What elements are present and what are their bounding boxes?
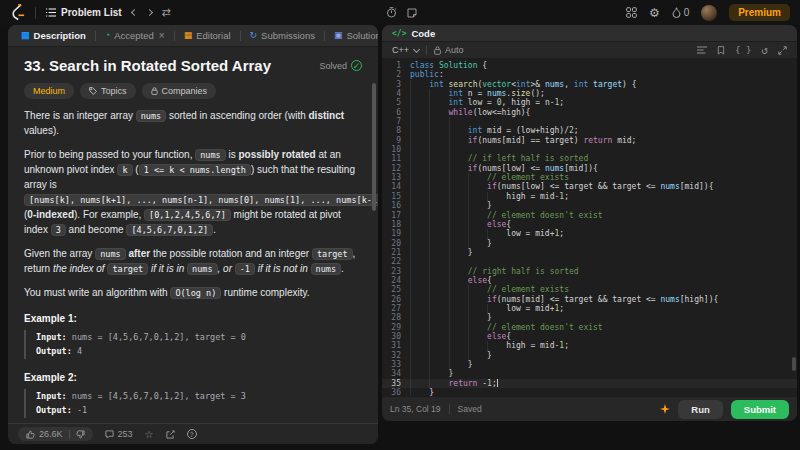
format-code-icon[interactable]: [697, 46, 707, 54]
tab-description[interactable]: ▤Description: [16, 25, 91, 46]
like-count: 26.6K: [39, 429, 63, 439]
tab-submissions[interactable]: ↻Submissions: [245, 25, 320, 46]
code-line[interactable]: 6 while(low<=high){: [382, 108, 797, 117]
code-line[interactable]: 7: [382, 117, 797, 126]
badge-topics[interactable]: Topics: [80, 83, 136, 99]
code-line[interactable]: 29 // element doesn't exist: [382, 323, 797, 332]
code-line[interactable]: 25 // element exists: [382, 285, 797, 294]
comments-button[interactable]: 253: [105, 429, 133, 439]
inline-code: [nums[k], nums[k+1], ..., nums[n-1], num…: [24, 194, 378, 206]
line-number: 36: [382, 388, 410, 396]
code-line[interactable]: 10: [382, 145, 797, 154]
code-line[interactable]: 2public:: [382, 70, 797, 79]
code-line[interactable]: 21 }: [382, 248, 797, 257]
code-line[interactable]: 23 // right half is sorted: [382, 267, 797, 276]
code-editor[interactable]: 1class Solution {2public:3 int search(ve…: [382, 59, 797, 396]
help-icon[interactable]: ?: [187, 429, 197, 439]
line-number: 20: [382, 239, 410, 248]
bookmark-icon[interactable]: [717, 46, 725, 55]
code-line[interactable]: 14 if(nums[low] <= target && target <= n…: [382, 182, 797, 191]
code-line[interactable]: 35 return -1;: [382, 379, 797, 388]
code-line[interactable]: 20 }: [382, 239, 797, 248]
line-number: 11: [382, 154, 410, 163]
user-avatar[interactable]: [701, 5, 717, 21]
leetcode-logo-icon[interactable]: [10, 4, 25, 21]
code-line[interactable]: 9 if(nums[mid] == target) return mid;: [382, 136, 797, 145]
code-line[interactable]: 15 high = mid-1;: [382, 192, 797, 201]
code-line[interactable]: 36 }: [382, 388, 797, 396]
dislike-button[interactable]: [76, 430, 85, 439]
prev-problem-button[interactable]: [132, 10, 137, 15]
expand-editor-icon[interactable]: [778, 46, 787, 55]
notes-icon[interactable]: [407, 8, 417, 18]
submit-button[interactable]: Submit: [731, 400, 789, 419]
share-icon[interactable]: [166, 430, 175, 439]
code-line[interactable]: 32 }: [382, 351, 797, 360]
code-line[interactable]: 3 int search(vector<int>& nums, int targ…: [382, 80, 797, 89]
code-line[interactable]: 18 else{: [382, 220, 797, 229]
badge-label: Topics: [101, 86, 127, 96]
line-number: 8: [382, 126, 410, 135]
favorite-star-icon[interactable]: ☆: [145, 429, 154, 440]
code-line[interactable]: 33 }: [382, 360, 797, 369]
shuffle-icon[interactable]: ⇄: [162, 6, 171, 19]
code-line[interactable]: 28 }: [382, 313, 797, 322]
layout-grid-icon[interactable]: [626, 7, 637, 18]
line-number: 26: [382, 295, 410, 304]
tab-accepted[interactable]: ◔Accepted×: [100, 25, 170, 46]
badge-companies[interactable]: Companies: [142, 83, 217, 99]
code-line[interactable]: 12 if(nums[low] <= nums[mid]){: [382, 164, 797, 173]
timer-icon[interactable]: [386, 7, 397, 18]
code-panel-header: </> Code: [382, 25, 797, 42]
brackets-icon[interactable]: { }: [735, 45, 751, 55]
text-segment: There is an integer array: [24, 110, 136, 121]
reset-code-icon[interactable]: ↺: [761, 44, 768, 57]
code-line[interactable]: 19 low = mid+1;: [382, 229, 797, 238]
line-number: 2: [382, 70, 410, 79]
code-line[interactable]: 17 // element doesn't exist: [382, 211, 797, 220]
like-button[interactable]: 26.6K: [26, 429, 63, 439]
code-line[interactable]: 5 int low = 0, high = n-1;: [382, 98, 797, 107]
line-number: 24: [382, 276, 410, 285]
code-line[interactable]: 16 }: [382, 201, 797, 210]
tab-solutions[interactable]: ▣Solutions: [329, 25, 378, 46]
code-line[interactable]: 27 low = mid+1;: [382, 304, 797, 313]
code-line[interactable]: 22: [382, 257, 797, 266]
code-line[interactable]: 31 high = mid-1;: [382, 341, 797, 350]
code-line[interactable]: 34 }: [382, 369, 797, 378]
code-line[interactable]: 30 else{: [382, 332, 797, 341]
streak-counter[interactable]: 0: [672, 7, 690, 18]
problem-list-button[interactable]: Problem List: [46, 7, 122, 18]
premium-button[interactable]: Premium: [729, 4, 790, 21]
code-line[interactable]: 4 int n = nums.size();: [382, 89, 797, 98]
language-selector[interactable]: C++: [392, 45, 419, 55]
text-segment: runtime complexity.: [221, 287, 309, 298]
tab-editorial[interactable]: ▦Editorial: [179, 25, 236, 46]
next-problem-button[interactable]: [147, 10, 152, 15]
close-tab-icon[interactable]: ×: [159, 30, 165, 41]
comment-icon: [105, 430, 114, 439]
code-line[interactable]: 24 else{: [382, 276, 797, 285]
code-line[interactable]: 1class Solution {: [382, 61, 797, 70]
editor-scrollbar[interactable]: [792, 357, 796, 371]
line-number: 34: [382, 369, 410, 378]
badge-medium[interactable]: Medium: [24, 83, 74, 99]
tab-label: Description: [34, 30, 86, 41]
run-button[interactable]: Run: [678, 400, 722, 419]
inline-code: target: [107, 263, 148, 275]
tab-label: Submissions: [261, 30, 315, 41]
code-line[interactable]: 11 // if left half is sorted: [382, 154, 797, 163]
code-line[interactable]: 26 if(nums[mid] <= target && target <= n…: [382, 295, 797, 304]
accepted-icon: ◔: [105, 31, 110, 40]
settings-gear-icon[interactable]: ⚙: [649, 7, 660, 19]
description-tabbar: ▤Description◔Accepted×▦Editorial↻Submiss…: [8, 25, 378, 47]
code-tab-label[interactable]: Code: [411, 28, 435, 39]
code-line[interactable]: 13 // element exists: [382, 173, 797, 182]
auto-toggle[interactable]: Auto: [434, 45, 464, 55]
code-line[interactable]: 8 int mid = (low+high)/2;: [382, 126, 797, 135]
line-number: 32: [382, 351, 410, 360]
language-label: C++: [392, 45, 409, 55]
description-scrollbar[interactable]: [372, 83, 376, 211]
flame-icon: [672, 7, 681, 18]
debug-spark-icon[interactable]: [660, 404, 670, 414]
